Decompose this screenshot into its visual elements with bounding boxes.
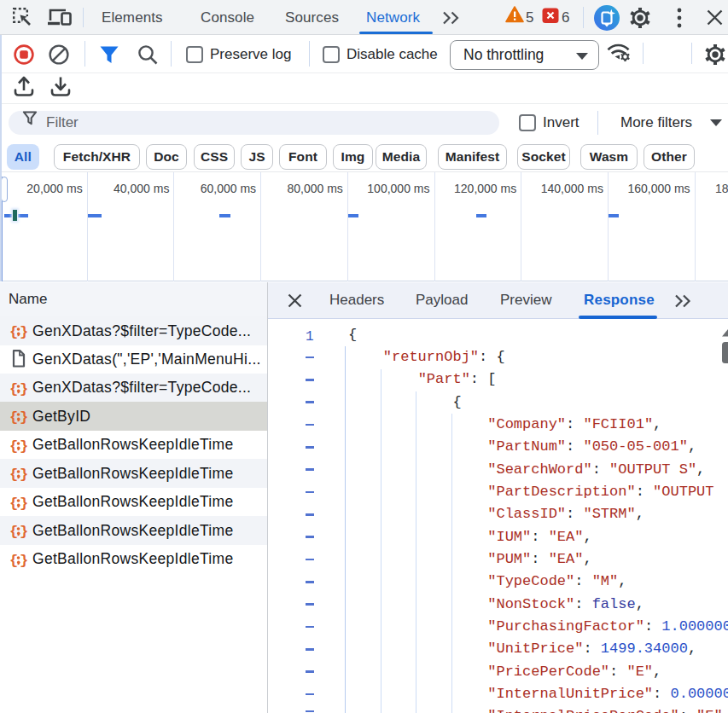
svg-text:}: }	[20, 381, 27, 397]
svg-text:{: {	[9, 496, 18, 511]
svg-text:{: {	[9, 438, 18, 454]
svg-text:}: }	[20, 324, 27, 339]
svg-text:{: {	[9, 409, 18, 425]
svg-text:}: }	[20, 409, 27, 425]
svg-text:{: {	[9, 524, 18, 539]
svg-text:{: {	[9, 467, 18, 482]
svg-text:}: }	[20, 553, 27, 568]
svg-text:{: {	[9, 381, 18, 397]
svg-text:}: }	[20, 438, 27, 454]
svg-text:{: {	[9, 553, 18, 568]
svg-text:}: }	[20, 524, 27, 539]
svg-text:}: }	[20, 496, 27, 511]
svg-text:{: {	[9, 324, 18, 339]
svg-text:}: }	[20, 467, 27, 482]
